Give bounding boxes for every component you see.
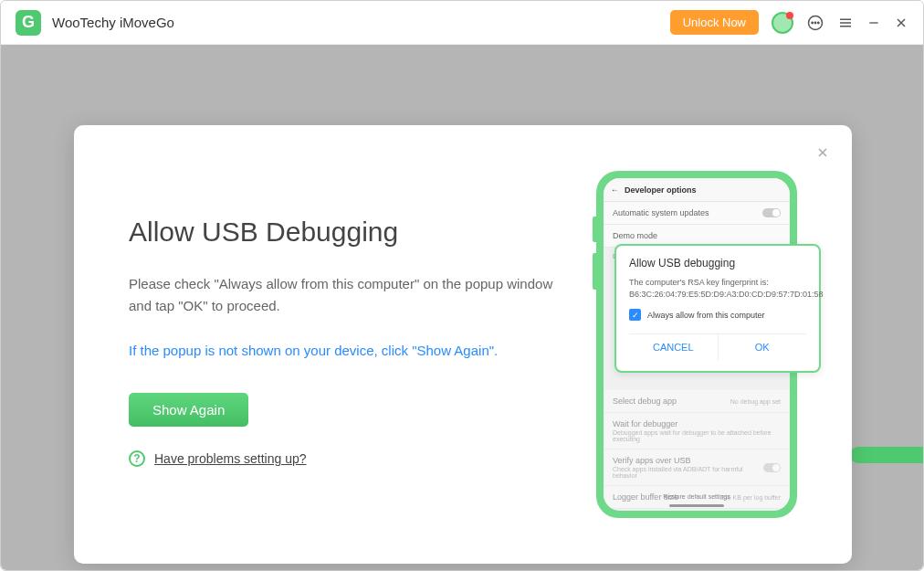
popup-body-line2: B6:3C:26:04:79:E5:5D:D9:A3:D0:CD:D9:57:7… — [629, 289, 806, 301]
phone-row-select-debug: Select debug app — [613, 397, 677, 406]
phone-sub-verify: Check apps installed via ADB/ADT for har… — [613, 466, 763, 479]
phone-row-auto-updates: Automatic system updates — [613, 208, 709, 217]
modal-close-icon[interactable] — [815, 143, 830, 164]
app-window: G WooTechy iMoveGo Unlock Now — [0, 0, 924, 571]
phone-row-verify: Verify apps over USB — [613, 456, 763, 465]
close-icon[interactable] — [894, 16, 908, 30]
toggle-icon — [762, 208, 781, 217]
avatar-icon[interactable] — [772, 12, 793, 34]
app-title: WooTechy iMoveGo — [52, 15, 174, 30]
modal-hint: If the popup is not shown on your device… — [129, 343, 569, 358]
unlock-button[interactable]: Unlock Now — [670, 10, 759, 35]
modal-heading: Allow USB Debugging — [129, 217, 569, 248]
show-again-button[interactable]: Show Again — [129, 393, 248, 427]
modal-description: Please check "Always allow from this com… — [129, 273, 569, 317]
popup-checkbox-label: Always allow from this computer — [647, 311, 765, 320]
content-backdrop: Allow USB Debugging Please check "Always… — [1, 45, 923, 570]
app-logo: G — [16, 10, 41, 36]
phone-screen-title: Developer options — [625, 185, 697, 195]
progress-streak — [850, 447, 923, 463]
minimize-icon[interactable] — [866, 16, 881, 30]
menu-icon[interactable] — [837, 15, 854, 31]
feedback-icon[interactable] — [806, 14, 824, 32]
popup-title: Allow USB debugging — [629, 257, 806, 270]
phone-nav-bar — [669, 504, 724, 507]
svg-point-3 — [818, 22, 819, 23]
popup-cancel-button: CANCEL — [629, 334, 719, 360]
toggle-icon — [763, 463, 781, 472]
phone-back-icon: ← — [611, 185, 619, 195]
svg-point-1 — [812, 22, 813, 23]
phone-sub-wait: Debugged apps wait for debugger to be at… — [613, 429, 781, 442]
modal-left-pane: Allow USB Debugging Please check "Always… — [129, 162, 596, 527]
help-icon: ? — [129, 450, 145, 467]
checkbox-icon: ✓ — [629, 309, 641, 321]
usb-permission-popup: Allow USB debugging The computer's RSA k… — [614, 244, 821, 373]
phone-illustration: ← Developer options Automatic system upd… — [596, 171, 797, 518]
usb-debugging-modal: Allow USB Debugging Please check "Always… — [74, 125, 852, 564]
popup-body-line1: The computer's RSA key fingerprint is: — [629, 277, 806, 289]
popup-ok-button: OK — [719, 334, 807, 360]
phone-row-demo: Demo mode — [613, 231, 657, 240]
phone-restore: Restore default settings — [604, 493, 790, 500]
svg-point-2 — [814, 22, 815, 23]
help-link[interactable]: Have problems setting up? — [154, 451, 307, 466]
phone-row-wait: Wait for debugger — [613, 419, 781, 428]
title-bar: G WooTechy iMoveGo Unlock Now — [1, 1, 923, 45]
phone-sub-select-debug: No debug app set — [730, 398, 781, 405]
